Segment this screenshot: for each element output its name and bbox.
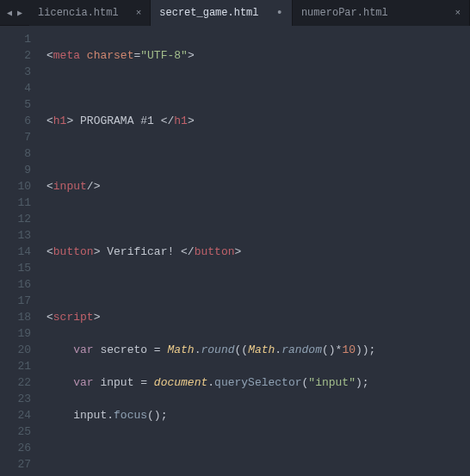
line-number: 1 — [3, 31, 31, 47]
tab-nav: ◀ ▶ — [0, 6, 29, 20]
line-number: 18 — [3, 309, 31, 325]
line-number: 9 — [3, 162, 31, 178]
code-content[interactable]: <meta charset="UTF-8"> <h1> PROGRAMA #1 … — [40, 26, 382, 476]
line-number: 19 — [3, 325, 31, 342]
line-number: 3 — [3, 64, 31, 80]
line-number-gutter: 1 2 3 4 5 6 7 8 9 10 11 12 13 14 15 16 1… — [0, 26, 40, 476]
line-number: 16 — [3, 276, 31, 293]
line-number: 21 — [3, 358, 31, 374]
tab-licencia[interactable]: licencia.html × — [29, 0, 151, 26]
code-line: <script> — [46, 309, 382, 325]
line-number: 25 — [3, 423, 31, 440]
line-number: 20 — [3, 342, 31, 358]
line-number: 6 — [3, 113, 31, 129]
tab-label: numeroPar.html — [301, 7, 388, 19]
line-number: 24 — [3, 407, 31, 423]
line-number: 15 — [3, 260, 31, 276]
line-number: 5 — [3, 96, 31, 113]
tab-bar: ◀ ▶ licencia.html × secret_game.html • n… — [0, 0, 470, 26]
code-line: var secreto = Math.round((Math.random()*… — [46, 342, 382, 358]
code-line — [46, 80, 382, 96]
code-line: function Verify(){ — [46, 473, 382, 476]
line-number: 8 — [3, 145, 31, 162]
tab-label: secret_game.html — [159, 7, 258, 19]
code-line — [46, 440, 382, 456]
line-number: 23 — [3, 391, 31, 407]
line-number: 26 — [3, 440, 31, 456]
line-number: 2 — [3, 47, 31, 64]
line-number: 12 — [3, 211, 31, 227]
code-line: input.focus(); — [46, 407, 382, 423]
tab-secret-game[interactable]: secret_game.html • — [151, 0, 293, 26]
code-line: <input/> — [46, 178, 382, 195]
line-number: 22 — [3, 374, 31, 391]
code-line: <button> Verificar! </button> — [46, 244, 382, 260]
dirty-indicator-icon[interactable]: • — [266, 7, 283, 19]
tab-label: licencia.html — [38, 7, 119, 19]
nav-back-icon[interactable]: ◀ — [5, 6, 14, 20]
code-line: <h1> PROGRAMA #1 </h1> — [46, 113, 382, 129]
code-line: var input = document.querySelector("inpu… — [46, 374, 382, 391]
line-number: 7 — [3, 129, 31, 145]
code-line — [46, 276, 382, 293]
line-number: 4 — [3, 80, 31, 96]
line-number: 11 — [3, 195, 31, 211]
line-number: 17 — [3, 293, 31, 309]
line-number: 14 — [3, 244, 31, 260]
nav-forward-icon[interactable]: ▶ — [15, 6, 24, 20]
close-icon[interactable]: × — [126, 8, 142, 18]
line-number: 10 — [3, 178, 31, 195]
code-editor[interactable]: 1 2 3 4 5 6 7 8 9 10 11 12 13 14 15 16 1… — [0, 26, 470, 476]
code-line: <meta charset="UTF-8"> — [46, 47, 382, 64]
close-icon[interactable]: × — [444, 8, 461, 18]
tab-numeropar[interactable]: numeroPar.html × — [293, 0, 470, 26]
line-number: 13 — [3, 227, 31, 244]
code-line — [46, 211, 382, 227]
code-line — [46, 145, 382, 162]
line-number: 27 — [3, 456, 31, 473]
